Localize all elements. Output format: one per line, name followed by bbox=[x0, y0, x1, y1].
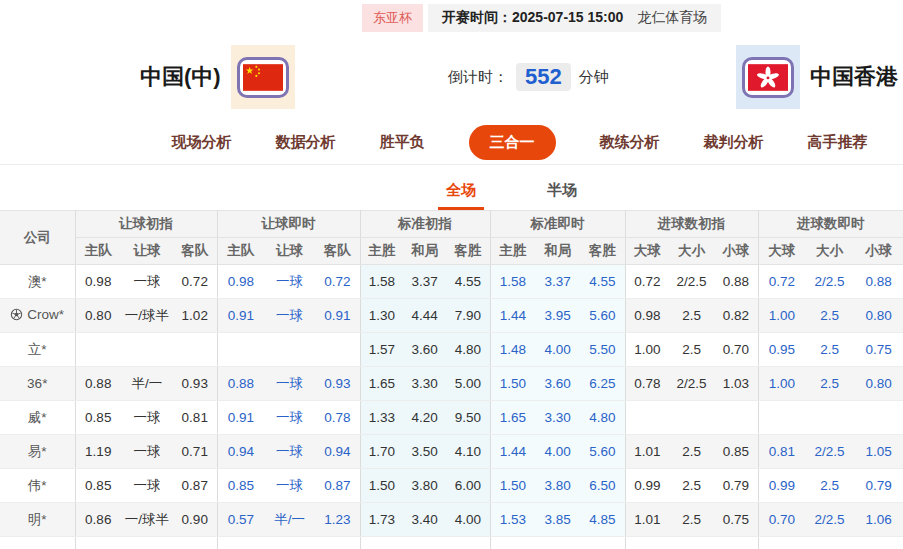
soccer-ball-icon bbox=[10, 308, 23, 321]
col-subheader: 小球 bbox=[714, 238, 758, 265]
table-row: 易*1.19一球0.710.94一球0.941.703.504.101.444.… bbox=[0, 435, 903, 469]
odds-cell: 0.91 bbox=[315, 299, 360, 333]
odds-cell: 4.00 bbox=[535, 435, 580, 469]
odds-cell: 1.65 bbox=[490, 401, 535, 435]
odds-cell: 0.81 bbox=[173, 401, 217, 435]
company-cell[interactable]: 明* bbox=[0, 503, 75, 537]
odds-cell: 2.5 bbox=[805, 367, 854, 401]
odds-cell: 1.23 bbox=[315, 503, 360, 537]
nav-tab-5[interactable]: 教练分析 bbox=[600, 133, 660, 152]
odds-cell: 0.71 bbox=[173, 435, 217, 469]
away-flag-tile bbox=[736, 45, 800, 109]
company-cell[interactable]: 36* bbox=[0, 367, 75, 401]
odds-cell: 3.30 bbox=[535, 401, 580, 435]
odds-cell: 1.06 bbox=[854, 503, 903, 537]
odds-cell bbox=[854, 537, 903, 549]
odds-cell: 5.60 bbox=[580, 435, 625, 469]
odds-cell: 2/2.5 bbox=[669, 367, 714, 401]
col-subheader: 大小 bbox=[805, 238, 854, 265]
company-cell[interactable]: 立* bbox=[0, 333, 75, 367]
odds-cell bbox=[75, 537, 121, 549]
odds-cell: 0.70 bbox=[714, 333, 758, 367]
odds-cell: 0.91 bbox=[217, 401, 264, 435]
col-group-header: 让球即时 bbox=[217, 211, 360, 238]
odds-cell: 4.20 bbox=[403, 401, 446, 435]
odds-cell: 1.44 bbox=[490, 299, 535, 333]
col-subheader: 客队 bbox=[315, 238, 360, 265]
odds-cell: 2/2.5 bbox=[805, 503, 854, 537]
odds-cell: 一球 bbox=[121, 265, 173, 299]
odds-cell: 1.65 bbox=[360, 367, 403, 401]
odds-cell: 6.50 bbox=[580, 469, 625, 503]
match-info-bar: 东亚杯 开赛时间：2025-07-15 15:00 龙仁体育场 bbox=[0, 0, 903, 35]
odds-cell: 6.25 bbox=[580, 367, 625, 401]
odds-cell: 0.88 bbox=[854, 265, 903, 299]
odds-cell bbox=[403, 537, 446, 549]
home-team-name: 中国(中) bbox=[140, 62, 221, 92]
home-flag-tile bbox=[231, 45, 295, 109]
odds-cell bbox=[173, 537, 217, 549]
odds-cell bbox=[714, 537, 758, 549]
col-group-header: 标准初指 bbox=[360, 211, 490, 238]
nav-tab-3[interactable]: 胜平负 bbox=[380, 133, 425, 152]
away-team: 中国香港 bbox=[736, 45, 898, 109]
odds-cell: 0.99 bbox=[625, 469, 669, 503]
subtab-1[interactable]: 全场 bbox=[438, 181, 484, 210]
odds-cell: 0.88 bbox=[714, 265, 758, 299]
odds-cell: 3.60 bbox=[403, 333, 446, 367]
odds-cell: 0.85 bbox=[75, 401, 121, 435]
odds-cell: 5.60 bbox=[580, 299, 625, 333]
subtab-2[interactable]: 半场 bbox=[539, 181, 585, 210]
main-nav: 现场分析数据分析胜平负三合一教练分析裁判分析高手推荐 bbox=[0, 120, 903, 165]
hongkong-flag-icon bbox=[742, 57, 794, 98]
nav-tab-4[interactable]: 三合一 bbox=[469, 125, 556, 160]
odds-cell: 0.80 bbox=[854, 299, 903, 333]
company-cell[interactable]: 威* bbox=[0, 401, 75, 435]
odds-cell: 2.5 bbox=[805, 333, 854, 367]
company-cell[interactable]: 澳* bbox=[0, 265, 75, 299]
odds-cell: 3.50 bbox=[403, 435, 446, 469]
odds-cell: 半/一 bbox=[121, 367, 173, 401]
odds-cell: 1.30 bbox=[360, 299, 403, 333]
nav-tab-1[interactable]: 现场分析 bbox=[172, 133, 232, 152]
col-subheader: 和局 bbox=[403, 238, 446, 265]
odds-cell: 4.44 bbox=[403, 299, 446, 333]
odds-cell bbox=[315, 537, 360, 549]
league-badge[interactable]: 东亚杯 bbox=[362, 4, 423, 32]
company-cell[interactable]: 伟* bbox=[0, 469, 75, 503]
company-cell[interactable]: 易* bbox=[0, 435, 75, 469]
odds-cell bbox=[217, 333, 264, 367]
company-name: 36* bbox=[27, 376, 47, 391]
odds-cell: 2.5 bbox=[669, 299, 714, 333]
odds-cell: 一/球半 bbox=[121, 503, 173, 537]
table-row: Crow*0.80一/球半1.020.91一球0.911.304.447.901… bbox=[0, 299, 903, 333]
odds-cell: 0.99 bbox=[758, 469, 805, 503]
odds-cell: 1.01 bbox=[625, 435, 669, 469]
odds-cell: 一球 bbox=[264, 401, 315, 435]
odds-cell: 3.80 bbox=[535, 469, 580, 503]
nav-tab-6[interactable]: 裁判分析 bbox=[704, 133, 764, 152]
col-subheader: 让球 bbox=[264, 238, 315, 265]
odds-cell bbox=[360, 537, 403, 549]
odds-cell: 一球 bbox=[264, 265, 315, 299]
odds-cell: 0.79 bbox=[854, 469, 903, 503]
odds-cell: 0.86 bbox=[75, 503, 121, 537]
odds-cell bbox=[315, 333, 360, 367]
col-subheader: 客胜 bbox=[446, 238, 490, 265]
odds-cell: 3.85 bbox=[535, 503, 580, 537]
nav-tab-7[interactable]: 高手推荐 bbox=[808, 133, 868, 152]
scoreboard: 中国(中) 倒计时： 552 分钟 bbox=[0, 35, 903, 120]
col-subheader: 小球 bbox=[854, 238, 903, 265]
odds-cell: 1.33 bbox=[360, 401, 403, 435]
company-cell[interactable]: Crow* bbox=[0, 299, 75, 333]
nav-tab-2[interactable]: 数据分析 bbox=[276, 133, 336, 152]
table-row: 澳*0.98一球0.720.98一球0.721.583.374.551.583.… bbox=[0, 265, 903, 299]
odds-cell bbox=[625, 537, 669, 549]
countdown-unit: 分钟 bbox=[579, 68, 609, 87]
odds-cell: 2.5 bbox=[669, 503, 714, 537]
odds-cell: 0.90 bbox=[173, 503, 217, 537]
odds-cell: 3.40 bbox=[403, 503, 446, 537]
odds-cell: 0.94 bbox=[315, 435, 360, 469]
odds-cell: 0.82 bbox=[714, 299, 758, 333]
company-name: 威* bbox=[28, 409, 47, 427]
